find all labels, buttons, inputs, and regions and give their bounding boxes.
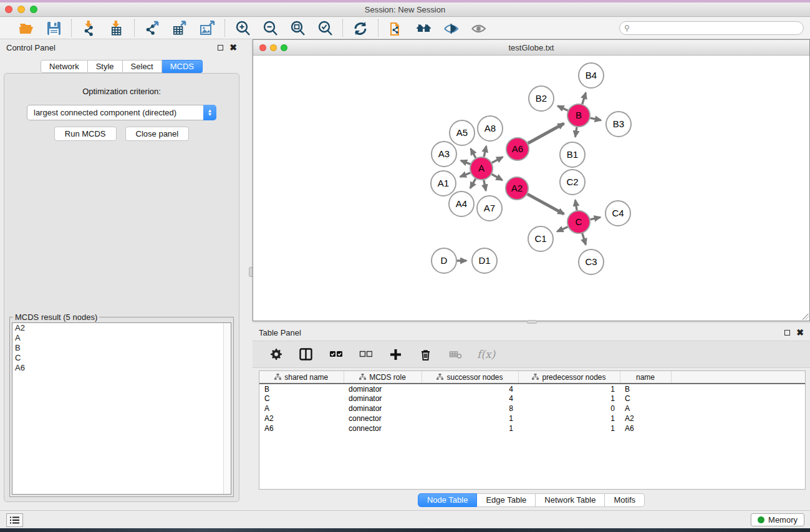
- edge-A-A7[interactable]: [484, 180, 486, 191]
- result-list-item[interactable]: B: [12, 343, 231, 353]
- table-row[interactable]: Cdominator41C: [259, 394, 805, 404]
- minimize-window-button[interactable]: [17, 6, 25, 13]
- zoom-selected-icon[interactable]: [316, 19, 334, 37]
- node-C3[interactable]: C3: [579, 249, 604, 274]
- table-float-panel-icon[interactable]: [784, 330, 790, 336]
- result-list-item[interactable]: A2: [12, 323, 231, 333]
- close-panel-icon[interactable]: ✖: [229, 45, 237, 51]
- table-cell[interactable]: 1: [518, 394, 620, 404]
- edge-C-C4[interactable]: [591, 217, 600, 220]
- table-row[interactable]: Bdominator41B: [259, 384, 805, 394]
- result-list-item[interactable]: C: [12, 353, 231, 363]
- tab-mcds[interactable]: MCDS: [162, 60, 203, 73]
- tab-motifs[interactable]: Motifs: [605, 493, 645, 507]
- edge-B-B4[interactable]: [582, 93, 586, 104]
- deselect-all-icon[interactable]: [357, 346, 374, 362]
- node-C1[interactable]: C1: [528, 226, 553, 251]
- column-header-shared-name[interactable]: shared name: [259, 371, 344, 384]
- result-list-scrollbar[interactable]: [223, 323, 231, 494]
- table-row[interactable]: A2connector11A2: [259, 414, 805, 423]
- table-cell[interactable]: B: [620, 384, 671, 394]
- node-B[interactable]: B: [567, 104, 590, 127]
- gear-icon[interactable]: [268, 346, 284, 362]
- close-panel-button[interactable]: Close panel: [125, 127, 190, 141]
- home-icon[interactable]: [415, 19, 432, 37]
- split-pane-grip-horizontal[interactable]: [527, 320, 537, 324]
- node-C4[interactable]: C4: [605, 201, 630, 226]
- optimization-criterion-dropdown[interactable]: largest connected component (directed) ▲…: [27, 105, 216, 120]
- task-history-button[interactable]: [6, 513, 23, 527]
- edge-A6-B[interactable]: [528, 123, 564, 143]
- import-network-icon[interactable]: [80, 19, 98, 37]
- network-graph[interactable]: B4B2BB3A5A8A6A3B1AC2A1A2A4A7C4CC1DD1C3: [253, 56, 809, 321]
- tab-style[interactable]: Style: [88, 60, 123, 73]
- result-list-item[interactable]: A: [12, 333, 231, 343]
- table-cell[interactable]: 1: [422, 414, 518, 423]
- table-cell[interactable]: 1: [518, 423, 620, 433]
- edge-B-B1[interactable]: [576, 127, 577, 137]
- table-cell[interactable]: A: [259, 404, 344, 414]
- edge-C-C3[interactable]: [582, 233, 586, 244]
- node-A[interactable]: A: [470, 157, 493, 180]
- column-header-name[interactable]: name: [620, 371, 671, 384]
- zoom-out-icon[interactable]: [261, 19, 279, 37]
- close-window-button[interactable]: [5, 6, 12, 13]
- tab-network-table[interactable]: Network Table: [536, 493, 605, 507]
- table-cell[interactable]: A2: [620, 414, 671, 423]
- network-canvas[interactable]: B4B2BB3A5A8A6A3B1AC2A1A2A4A7C4CC1DD1C3: [253, 56, 809, 321]
- table-cell[interactable]: 1: [518, 384, 620, 394]
- node-table[interactable]: shared nameMCDS rolesuccessor nodesprede…: [259, 370, 806, 490]
- network-close-button[interactable]: [259, 44, 266, 51]
- add-icon[interactable]: [387, 346, 403, 362]
- tab-node-table[interactable]: Node Table: [418, 493, 478, 507]
- column-view-icon[interactable]: [297, 346, 314, 362]
- table-cell[interactable]: A: [620, 404, 671, 414]
- node-D1[interactable]: D1: [472, 248, 497, 273]
- edge-A-A6[interactable]: [492, 157, 503, 163]
- edge-A-A8[interactable]: [484, 146, 486, 157]
- node-A4[interactable]: A4: [449, 191, 474, 216]
- column-header-MCDS-role[interactable]: MCDS role: [344, 371, 422, 384]
- float-panel-icon[interactable]: [218, 45, 223, 51]
- table-cell[interactable]: 1: [518, 414, 620, 423]
- column-header-successor-nodes[interactable]: successor nodes: [422, 371, 518, 384]
- tab-select[interactable]: Select: [123, 60, 162, 73]
- table-cell[interactable]: A6: [259, 423, 344, 433]
- result-list-item[interactable]: A6: [12, 363, 231, 373]
- table-close-panel-icon[interactable]: ✖: [796, 330, 804, 336]
- zoom-window-button[interactable]: [30, 6, 37, 13]
- import-table-icon[interactable]: [108, 19, 125, 37]
- edge-A-A1[interactable]: [460, 173, 470, 177]
- node-B4[interactable]: B4: [579, 63, 604, 88]
- run-mcds-button[interactable]: Run MCDS: [54, 127, 117, 141]
- zoom-fit-icon[interactable]: [289, 19, 306, 37]
- edge-A2-C[interactable]: [528, 194, 564, 214]
- edge-A-A5[interactable]: [471, 149, 476, 158]
- table-cell[interactable]: dominator: [344, 394, 422, 404]
- hide-panel-eye-icon[interactable]: [442, 19, 460, 37]
- table-cell[interactable]: 8: [422, 404, 518, 414]
- table-row[interactable]: Adominator80A: [259, 404, 805, 414]
- table-cell[interactable]: 4: [422, 394, 518, 404]
- node-C[interactable]: C: [567, 211, 590, 233]
- network-zoom-button[interactable]: [281, 44, 287, 51]
- node-A7[interactable]: A7: [477, 196, 502, 221]
- edge-B-B3[interactable]: [591, 118, 601, 120]
- table-cell[interactable]: C: [259, 394, 344, 404]
- node-A2[interactable]: A2: [506, 177, 528, 200]
- save-session-icon[interactable]: [45, 19, 62, 37]
- table-cell[interactable]: 4: [422, 384, 518, 394]
- node-A3[interactable]: A3: [432, 142, 456, 167]
- open-file-icon[interactable]: [17, 19, 35, 37]
- zoom-in-icon[interactable]: [234, 19, 251, 37]
- node-A6[interactable]: A6: [506, 138, 529, 160]
- mcds-result-list[interactable]: A2ABCA6: [12, 322, 231, 495]
- tab-network[interactable]: Network: [41, 60, 88, 73]
- table-cell[interactable]: connector: [344, 423, 422, 433]
- node-D[interactable]: D: [432, 248, 456, 273]
- search-input[interactable]: [619, 21, 804, 35]
- export-image-icon[interactable]: [198, 19, 216, 37]
- table-cell[interactable]: 1: [422, 423, 518, 433]
- network-window-titlebar[interactable]: testGlobe.txt: [253, 40, 809, 56]
- edge-A-A3[interactable]: [461, 160, 470, 164]
